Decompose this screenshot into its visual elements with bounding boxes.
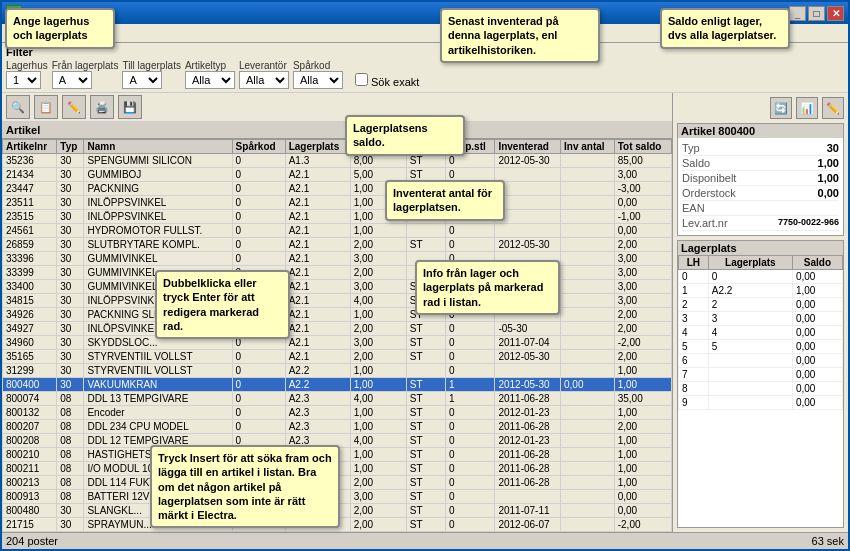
filter-row: Lagerhus 1 Från lagerplats A Till lagerp… (6, 60, 844, 89)
table-row[interactable]: 3129930STYRVENTIIL VOLLST0A2.21,0001,00 (3, 364, 672, 378)
tool-btn-4[interactable]: 🖨️ (90, 95, 114, 119)
filter-section: Filter Lagerhus 1 Från lagerplats A Till… (2, 43, 848, 93)
table-row[interactable]: 3340030GUMMIVINKEL0A2.13,00ST43,00 (3, 280, 672, 294)
table-cell: 0 (232, 406, 285, 420)
list-item[interactable]: 70,00 (679, 368, 843, 382)
table-row[interactable]: 3481530INLÖPPSVINKEL0A2.14,00ST03,00 (3, 294, 672, 308)
tooltip-lagerplats-saldo: Lagerplatsens saldo. (345, 115, 465, 156)
table-cell: 0 (232, 420, 285, 434)
col-inventerad: Inventerad (495, 140, 561, 154)
table-cell: 4,00 (350, 434, 406, 448)
table-cell (561, 182, 615, 196)
lagerhus-select[interactable]: 1 (6, 71, 41, 89)
table-cell: A2.2 (285, 364, 350, 378)
artikeltyp-select[interactable]: Alla (185, 71, 235, 89)
maximize-button[interactable]: □ (808, 6, 825, 21)
table-row[interactable]: 2344730PACKNING0A2.11,000-3,00 (3, 182, 672, 196)
sparnkod-select[interactable]: Alla (293, 71, 343, 89)
table-cell: A2.3 (285, 392, 350, 406)
table-cell (561, 224, 615, 238)
table-cell: 2011-06-28 (495, 420, 561, 434)
list-item[interactable]: 550,00 (679, 340, 843, 354)
table-cell: 0 (446, 238, 495, 252)
close-button[interactable]: ✕ (827, 6, 844, 21)
right-tool-2[interactable]: 📊 (796, 97, 818, 119)
table-row[interactable]: 2351130INLÖPPSVINKEL0A2.11,0000,00 (3, 196, 672, 210)
table-cell: 30 (57, 280, 84, 294)
table-cell (561, 420, 615, 434)
table-cell: 0 (446, 350, 495, 364)
table-cell: 800074 (3, 392, 57, 406)
table-cell: 30 (57, 238, 84, 252)
table-row[interactable]: 3496030SKYDDSLOC...0A2.13,00ST02011-07-0… (3, 336, 672, 350)
table-row[interactable]: 3339630GUMMIVINKEL0A2.13,0003,00 (3, 252, 672, 266)
tooltip-inventerat-antal: Inventerat antal för lagerplatsen. (385, 180, 505, 221)
table-cell: 34927 (3, 322, 57, 336)
artikel-info-title: Artikel 800400 (678, 124, 843, 138)
header-row: Artikelnr Typ Namn Spårkod Lagerplats Sa… (3, 140, 672, 154)
table-cell: ST (406, 518, 445, 532)
table-row[interactable]: 2456130HYDROMOTOR FULLST.0A2.11,0000,00 (3, 224, 672, 238)
tool-btn-1[interactable]: 🔍 (6, 95, 30, 119)
table-cell: ST (406, 392, 445, 406)
list-item[interactable]: 60,00 (679, 354, 843, 368)
table-row[interactable]: 3339930GUMMIVINKEL0A2.12,0003,00 (3, 266, 672, 280)
lagerplats-cell: 0,00 (792, 368, 842, 382)
table-cell (561, 448, 615, 462)
leverantor-select[interactable]: Alla (239, 71, 289, 89)
tool-btn-2[interactable]: 📋 (34, 95, 58, 119)
table-cell (561, 252, 615, 266)
sok-exakt-checkbox[interactable] (355, 73, 368, 86)
right-tool-1[interactable]: 🔄 (770, 97, 792, 119)
table-row[interactable]: 3516530STYRVENTIIL VOLLST0A2.12,00ST0201… (3, 350, 672, 364)
table-cell: 1,00 (350, 406, 406, 420)
table-cell: 800208 (3, 434, 57, 448)
table-row[interactable]: 80040030VAKUUMKRAN0A2.21,00ST12012-05-30… (3, 378, 672, 392)
table-cell: 30 (57, 378, 84, 392)
lagerplats-cell: 4 (679, 326, 709, 340)
list-item[interactable]: 220,00 (679, 298, 843, 312)
tool-btn-3[interactable]: ✏️ (62, 95, 86, 119)
table-cell: 2,00 (614, 238, 671, 252)
table-row[interactable]: 80007408DDL 13 TEMPGIVARE0A2.34,00ST1201… (3, 392, 672, 406)
list-item[interactable]: 000,00 (679, 270, 843, 284)
toolbar: 🔍 📋 ✏️ 🖨️ 💾 (2, 93, 672, 122)
table-cell: 33399 (3, 266, 57, 280)
table-row[interactable]: 80013208Encoder0A2.31,00ST02012-01-231,0… (3, 406, 672, 420)
table-row[interactable]: 3492730INLÖPSVINKE...0A2.12,00ST0-05-302… (3, 322, 672, 336)
minimize-button[interactable]: _ (789, 6, 806, 21)
lagerplats-cell (708, 354, 792, 368)
table-row[interactable]: 2143430GUMMIBOJ0A2.15,00ST03,00 (3, 168, 672, 182)
list-item[interactable]: 1A2.21,00 (679, 284, 843, 298)
table-cell: SPENGUMMI SILICON (84, 154, 232, 168)
lagerplats-cell: 6 (679, 354, 709, 368)
lagerplats-cell: 0 (708, 270, 792, 284)
table-row[interactable]: 3523630SPENGUMMI SILICON0A1.38,00ST02012… (3, 154, 672, 168)
list-item[interactable]: 90,00 (679, 396, 843, 410)
table-cell: 1,00 (350, 308, 406, 322)
col-tot-saldo: Tot saldo (614, 140, 671, 154)
table-cell: ST (406, 154, 445, 168)
tool-btn-5[interactable]: 💾 (118, 95, 142, 119)
table-row[interactable]: 3492630PACKNING SLL...0A2.11,00ST02,00 (3, 308, 672, 322)
fran-select[interactable]: A (52, 71, 92, 89)
table-cell: STYRVENTIIL VOLLST (84, 350, 232, 364)
table-row[interactable]: 2685930SLUTBRYTARE KOMPL.0A2.12,00ST0201… (3, 238, 672, 252)
till-select[interactable]: A (122, 71, 162, 89)
table-cell: 2,00 (614, 350, 671, 364)
table-row[interactable]: 2351530INLÖPPSVINKEL0A2.11,000-1,00 (3, 210, 672, 224)
table-cell: 0 (232, 350, 285, 364)
filter-lagerhus: Lagerhus 1 (6, 60, 48, 89)
table-cell: 0,00 (614, 490, 671, 504)
table-cell: 30 (57, 294, 84, 308)
table-row[interactable]: 80020708DDL 234 CPU MODEL0A2.31,00ST0201… (3, 420, 672, 434)
right-tool-3[interactable]: ✏️ (822, 97, 844, 119)
list-item[interactable]: 440,00 (679, 326, 843, 340)
table-cell: 0 (446, 406, 495, 420)
list-item[interactable]: 330,00 (679, 312, 843, 326)
table-cell: 0 (446, 490, 495, 504)
list-item[interactable]: 80,00 (679, 382, 843, 396)
table-cell: 1,00 (614, 406, 671, 420)
table-cell: 3,00 (614, 280, 671, 294)
info-disponibelt: Disponibelt 1,00 (682, 171, 839, 186)
